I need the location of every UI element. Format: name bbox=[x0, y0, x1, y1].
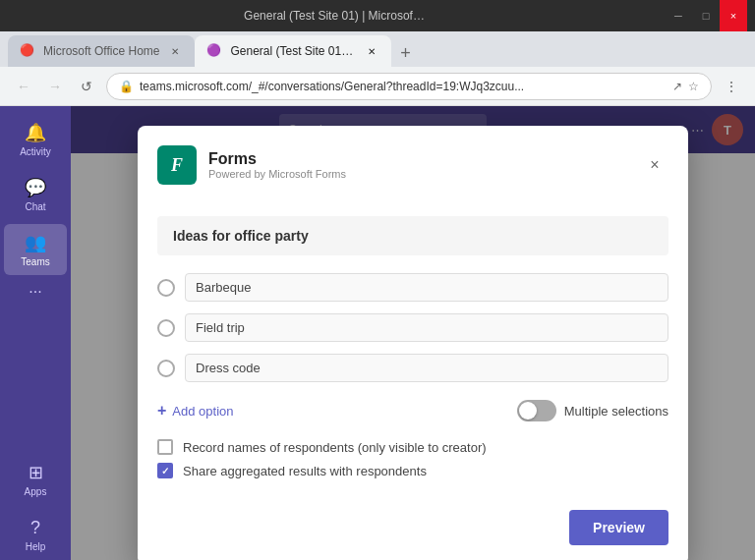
minimize-button[interactable]: ─ bbox=[665, 0, 692, 31]
question-title: Ideas for office party bbox=[157, 216, 668, 255]
option-input-2[interactable] bbox=[185, 313, 668, 342]
option-row-2 bbox=[157, 308, 668, 348]
modal-title: Forms bbox=[208, 150, 629, 168]
apps-icon: ⊞ bbox=[29, 462, 43, 483]
checkboxes-section: Record names of respondents (only visibl… bbox=[157, 427, 668, 482]
sidebar-label-teams: Teams bbox=[21, 256, 49, 267]
share-icon: ↗ bbox=[672, 80, 682, 93]
preview-button[interactable]: Preview bbox=[569, 510, 668, 545]
tab-close-office[interactable]: ✕ bbox=[167, 43, 183, 59]
toggle-group: Multiple selections bbox=[517, 400, 668, 421]
close-window-button[interactable]: × bbox=[720, 0, 747, 31]
add-option-plus-icon: + bbox=[157, 402, 166, 420]
menu-button[interactable]: ⋮ bbox=[720, 75, 743, 98]
tab-close-teams[interactable]: ✕ bbox=[364, 43, 379, 59]
checkbox-row-2: Share aggregated results with respondent… bbox=[157, 463, 668, 478]
option-row-1 bbox=[157, 267, 668, 308]
sidebar-item-activity[interactable]: 🔔 Activity bbox=[4, 114, 67, 165]
add-option-row: + Add option Multiple selections bbox=[157, 388, 668, 427]
url-text: teams.microsoft.com/_#/conversations/Gen… bbox=[140, 80, 667, 93]
teams-sidebar: 🔔 Activity 💬 Chat 👥 Teams ··· ⊞ Apps ? H… bbox=[0, 106, 71, 560]
forms-modal: F Forms Powered by Microsoft Forms × Ide… bbox=[138, 126, 688, 560]
forward-button[interactable]: → bbox=[43, 75, 67, 98]
tab-teams[interactable]: 🟣 General (Test Site 01) | Microsof… ✕ bbox=[195, 35, 391, 67]
sidebar-item-help[interactable]: ? Help bbox=[4, 509, 67, 560]
multiple-selections-toggle[interactable] bbox=[517, 400, 556, 421]
option-row-3 bbox=[157, 348, 668, 388]
lock-icon: 🔒 bbox=[119, 80, 134, 93]
modal-body: Ideas for office party bbox=[138, 200, 688, 498]
sidebar-item-chat[interactable]: 💬 Chat bbox=[4, 169, 67, 220]
maximize-button[interactable]: □ bbox=[692, 0, 720, 31]
teams-main: Search ⋯ T F Forms P bbox=[71, 106, 755, 560]
toggle-thumb bbox=[519, 402, 537, 420]
chat-icon: 💬 bbox=[25, 177, 46, 198]
tab-office-home[interactable]: 🔴 Microsoft Office Home ✕ bbox=[8, 35, 195, 67]
modal-title-group: Forms Powered by Microsoft Forms bbox=[208, 150, 629, 180]
title-bar: General (Test Site 01) | Microsof… ─ □ × bbox=[0, 0, 755, 31]
add-option-label: Add option bbox=[172, 404, 233, 419]
radio-option-1[interactable] bbox=[157, 279, 175, 297]
back-button[interactable]: ← bbox=[12, 75, 35, 98]
option-input-1[interactable] bbox=[185, 273, 668, 302]
sidebar-more-button[interactable]: ··· bbox=[29, 283, 41, 301]
modal-header: F Forms Powered by Microsoft Forms × bbox=[138, 126, 688, 200]
share-results-checkbox[interactable] bbox=[157, 463, 173, 478]
sidebar-label-activity: Activity bbox=[20, 146, 51, 157]
teams-app: 🔔 Activity 💬 Chat 👥 Teams ··· ⊞ Apps ? H… bbox=[0, 106, 755, 560]
bookmark-icon: ☆ bbox=[688, 80, 699, 93]
tab-favicon-office: 🔴 bbox=[20, 43, 35, 59]
url-bar[interactable]: 🔒 teams.microsoft.com/_#/conversations/G… bbox=[106, 73, 712, 100]
modal-close-button[interactable]: × bbox=[641, 151, 668, 179]
toggle-label: Multiple selections bbox=[564, 404, 668, 419]
sidebar-label-apps: Apps bbox=[25, 486, 47, 497]
help-icon: ? bbox=[30, 518, 40, 538]
title-bar-text: General (Test Site 01) | Microsof… bbox=[8, 9, 661, 23]
forms-icon: F bbox=[157, 145, 197, 185]
sidebar-label-help: Help bbox=[26, 541, 46, 552]
radio-option-3[interactable] bbox=[157, 360, 175, 377]
sidebar-item-apps[interactable]: ⊞ Apps bbox=[4, 454, 67, 505]
record-names-checkbox[interactable] bbox=[157, 439, 173, 455]
tab-bar: 🔴 Microsoft Office Home ✕ 🟣 General (Tes… bbox=[0, 31, 755, 67]
tab-label-teams: General (Test Site 01) | Microsof… bbox=[230, 44, 356, 58]
sidebar-item-teams[interactable]: 👥 Teams bbox=[4, 224, 67, 275]
address-bar: ← → ↺ 🔒 teams.microsoft.com/_#/conversat… bbox=[0, 67, 755, 106]
tab-label-office: Microsoft Office Home bbox=[43, 44, 159, 58]
modal-subtitle: Powered by Microsoft Forms bbox=[208, 168, 629, 180]
modal-footer: Preview bbox=[138, 498, 688, 560]
modal-overlay: F Forms Powered by Microsoft Forms × Ide… bbox=[71, 106, 755, 560]
sidebar-label-chat: Chat bbox=[25, 201, 45, 212]
activity-icon: 🔔 bbox=[25, 122, 46, 143]
radio-option-2[interactable] bbox=[157, 319, 175, 337]
share-results-label: Share aggregated results with respondent… bbox=[183, 464, 427, 478]
refresh-button[interactable]: ↺ bbox=[75, 75, 98, 98]
teams-icon: 👥 bbox=[25, 232, 46, 253]
tab-favicon-teams: 🟣 bbox=[206, 43, 222, 59]
option-input-3[interactable] bbox=[185, 354, 668, 382]
new-tab-button[interactable]: + bbox=[391, 39, 419, 67]
add-option-button[interactable]: + Add option bbox=[157, 398, 234, 423]
record-names-label: Record names of respondents (only visibl… bbox=[183, 440, 487, 455]
checkbox-row-1: Record names of respondents (only visibl… bbox=[157, 439, 668, 455]
